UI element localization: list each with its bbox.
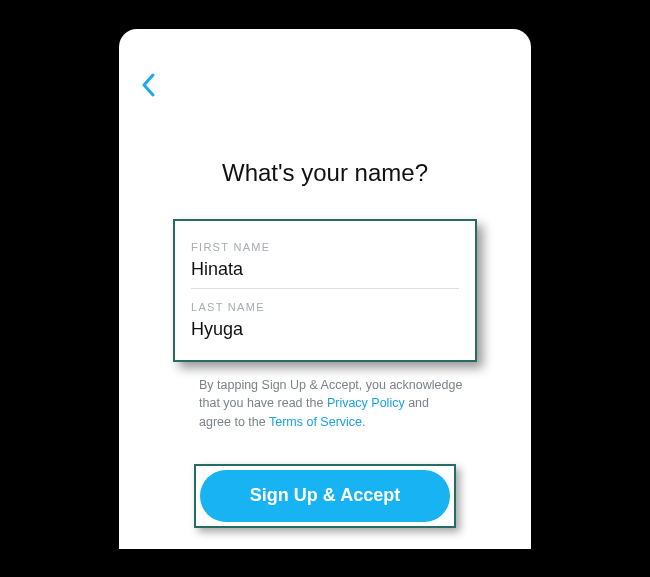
disclaimer-text: By tapping Sign Up & Accept, you acknowl… xyxy=(199,376,463,432)
terms-of-service-link[interactable]: Terms of Service xyxy=(269,415,362,429)
signup-button-wrap: Sign Up & Accept xyxy=(194,464,456,528)
disclaimer-part3: . xyxy=(362,415,365,429)
signup-screen: What's your name? FIRST NAME LAST NAME B… xyxy=(119,29,531,549)
last-name-label: LAST NAME xyxy=(191,301,459,313)
page-title: What's your name? xyxy=(139,159,511,187)
last-name-input[interactable] xyxy=(191,319,459,340)
first-name-input[interactable] xyxy=(191,259,459,280)
privacy-policy-link[interactable]: Privacy Policy xyxy=(327,396,405,410)
name-input-box: FIRST NAME LAST NAME xyxy=(173,219,477,362)
chevron-left-icon xyxy=(141,73,155,97)
first-name-label: FIRST NAME xyxy=(191,241,459,253)
signup-accept-button[interactable]: Sign Up & Accept xyxy=(200,470,450,522)
field-divider xyxy=(191,288,459,289)
back-button[interactable] xyxy=(141,73,155,97)
